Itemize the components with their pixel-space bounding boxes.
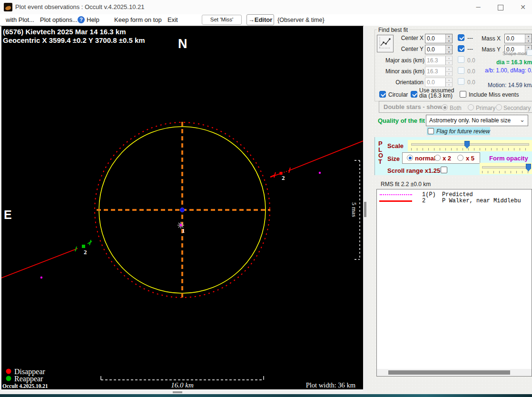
north-label: N (178, 37, 187, 51)
motion-label: Motion: 14.59 km/s (488, 82, 532, 89)
spin-down-icon[interactable]: ▼ (446, 39, 452, 43)
circular-label: Circular (388, 91, 408, 98)
size-x5-radio[interactable] (457, 155, 463, 161)
spin-down-icon: ▼ (446, 61, 452, 65)
mass-y-label: Mass Y (480, 46, 501, 53)
menu-help[interactable]: Help (87, 16, 99, 23)
spin-up-icon: ▲ (446, 56, 452, 61)
occultation-plot-canvas[interactable]: 1 2 2 5 mas (6576) Kievtech 2025 Mar 14 … (1, 26, 363, 389)
minimize-button[interactable]: ─ (467, 0, 489, 14)
center-y-value: 0.0 (427, 46, 435, 53)
center-x-spinner[interactable]: 0.0 ▲▼ (425, 34, 453, 43)
mass-x-value: 0.0 (506, 35, 514, 42)
major-axis-value: 16.3 (427, 57, 438, 64)
radio-both (442, 104, 448, 110)
title-bar: Plot event observations : Occult v.4.202… (0, 0, 532, 14)
find-best-fit-button[interactable] (377, 35, 394, 52)
orientation-label: Orientation (385, 79, 424, 86)
orientation-extra: 0.0 (467, 79, 475, 86)
spin-down-icon[interactable]: ▼ (446, 50, 452, 54)
rms-label: RMS fit 2.2 ±0.0 km (381, 181, 431, 188)
shape-model-checkbox[interactable] (527, 50, 532, 56)
scale-label: Scale (387, 142, 404, 149)
form-opacity-slider[interactable] (480, 163, 532, 174)
minor-axis-checkbox (458, 67, 464, 74)
plot-width-label: Plot width: 36 km (306, 381, 356, 389)
scroll-range-checkbox[interactable] (441, 167, 447, 173)
spin-up-icon[interactable]: ▲ (446, 45, 452, 50)
mass-x-spinner[interactable]: 0.0 ▲▼ (504, 34, 532, 43)
size-label: Size (387, 155, 400, 162)
scale-slider[interactable] (408, 140, 532, 151)
scale-slider-thumb[interactable] (464, 141, 470, 149)
predicted-point-left (40, 277, 42, 278)
size-normal-label: normal (415, 155, 435, 162)
help-icon[interactable]: ? (78, 16, 85, 23)
east-label: E (4, 208, 12, 221)
radio-primary-label: Primary (476, 105, 495, 111)
major-axis-extra: 0.0 (467, 57, 475, 64)
close-button[interactable]: ✕ (512, 0, 532, 14)
center-x-flag: --- (467, 35, 473, 41)
minor-axis-label: Minor axis (km) (385, 68, 424, 75)
scroll-range-label: Scroll range x1.25 (387, 167, 440, 174)
size-x2-radio[interactable] (434, 155, 441, 161)
list-horizontal-scrollbar-thumb[interactable] (388, 370, 510, 375)
menu-exit[interactable]: Exit (167, 16, 178, 23)
radio-secondary (496, 104, 502, 110)
chord2-disappear-segment (270, 141, 363, 178)
minor-axis-value: 16.3 (427, 68, 438, 75)
observations-list[interactable]: 1(P) Predicted 2 P Walker, near Middlebu (376, 189, 532, 377)
minimize-icon: ─ (476, 3, 480, 10)
window-title: Plot event observations : Occult v.4.202… (15, 0, 144, 14)
spin-up-icon[interactable]: ▲ (446, 34, 452, 39)
size-x2-label: x 2 (443, 155, 451, 162)
radio-secondary-label: Secondary (503, 105, 531, 111)
maximize-button[interactable] (490, 0, 512, 14)
menu-keep-form-on-top[interactable]: Keep form on top (114, 16, 162, 23)
radio-both-label: Both (450, 105, 462, 111)
center-y-spinner[interactable]: 0.0 ▲▼ (425, 45, 453, 54)
include-miss-label: Include Miss events (469, 91, 519, 98)
form-opacity-slider-thumb[interactable] (526, 164, 531, 171)
include-miss-checkbox[interactable] (460, 91, 466, 98)
scale-bar-label: 16.0 km (171, 381, 194, 389)
disappear-dot (6, 369, 11, 374)
major-axis-spinner: 16.3 ▲▼ (425, 56, 453, 65)
center-y-label: Center Y (398, 46, 424, 52)
orientation-value: 0.0 (427, 79, 435, 86)
size-normal-radio[interactable] (407, 155, 413, 161)
menu-with-plot[interactable]: with Plot... (6, 16, 34, 23)
plot-horizontal-scrollbar-thumb[interactable] (173, 391, 182, 393)
ab-dmag-label: a/b: 1.00, dMag: 0.00 (485, 67, 532, 74)
spin-up-icon[interactable]: ▲ (525, 34, 532, 39)
center-x-checkbox[interactable] (458, 34, 464, 41)
editor-button[interactable]: →Editor (246, 14, 274, 25)
mas-scale-label: 5 mas (351, 202, 358, 217)
quality-label: Quality of the fit (378, 117, 425, 124)
plot-title-line2: Geocentric X 3599.4 ±0.2 Y 3700.8 ±0.5 k… (3, 36, 145, 44)
spin-down-icon[interactable]: ▼ (525, 39, 532, 43)
plot-vertical-scrollbar-thumb[interactable] (364, 202, 366, 217)
plot-letter: T (378, 158, 382, 165)
observation-desc: P Walker, near Middlebu (442, 198, 521, 204)
use-assumed-dia-checkbox[interactable] (411, 91, 417, 98)
use-assumed-line2: dia (16.3 km) (419, 92, 453, 99)
observation-desc: Predicted (442, 191, 473, 198)
scale-bar (101, 376, 264, 380)
find-best-fit-title: Find best fit (377, 27, 409, 33)
set-miss-times-button[interactable]: Set 'Miss' Times (202, 15, 242, 25)
quality-dropdown[interactable]: Astrometry only. No reliable size ⌄ (426, 115, 528, 126)
circular-checkbox[interactable] (379, 91, 386, 98)
center-x-label: Center X (398, 35, 424, 41)
maximize-icon (498, 5, 503, 10)
plot-horizontal-scrollbar[interactable] (0, 389, 367, 394)
observer-time-label: {Observer & time} (277, 17, 325, 23)
double-stars-label: Double stars - show (384, 103, 443, 110)
menu-plot-options[interactable]: Plot options... (40, 16, 78, 23)
spin-down-icon: ▼ (446, 72, 452, 76)
major-axis-checkbox (458, 56, 464, 63)
center-y-checkbox[interactable] (458, 45, 464, 52)
spin-up-icon: ▲ (446, 78, 452, 83)
flag-review-checkbox[interactable] (428, 128, 434, 134)
